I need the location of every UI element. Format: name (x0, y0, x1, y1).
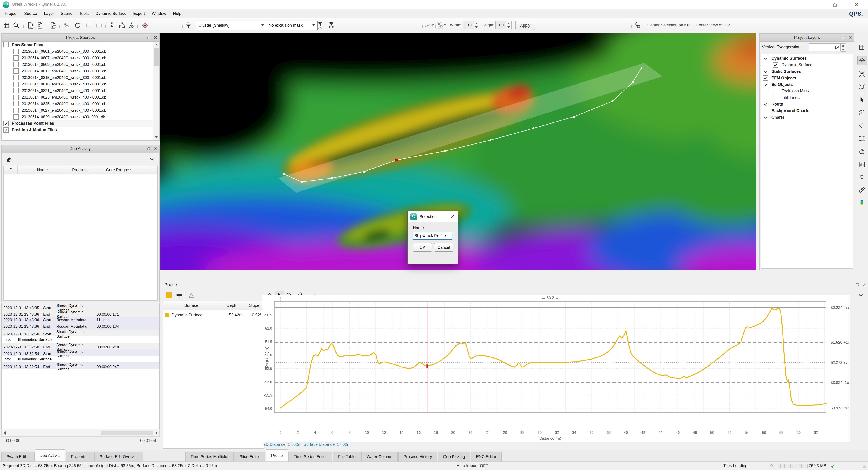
tab-properti-[interactable]: Properti... (66, 452, 94, 462)
measure-button[interactable] (857, 185, 866, 194)
new-project-button[interactable] (2, 21, 11, 30)
surface-view-button[interactable] (857, 56, 867, 65)
clear-jobs-button[interactable] (5, 155, 14, 164)
layer-item-infill-lines[interactable]: Infill Lines (761, 94, 852, 101)
triangle-marker-button[interactable] (187, 291, 196, 300)
float-panel-icon[interactable] (147, 35, 151, 39)
layer-item-background-charts[interactable]: Background Charts (761, 107, 852, 114)
apply-button[interactable]: Apply (515, 21, 535, 30)
scene-3d-view[interactable] (160, 33, 756, 270)
source-file[interactable]: 20130614_0807_em2040C_wreck_300 - 0001.d… (2, 55, 153, 61)
float-panel-icon[interactable] (147, 147, 151, 151)
maximize-button[interactable] (826, 0, 845, 9)
height-field[interactable] (495, 21, 506, 29)
reload-files-button[interactable] (49, 21, 57, 30)
source-group[interactable]: Processed Point Files (2, 120, 153, 127)
profile-table-row[interactable]: Dynamic Surface -52.42m -0.92° (163, 310, 264, 320)
dialog-close-icon[interactable] (450, 214, 455, 220)
line-style-button[interactable] (175, 291, 184, 300)
menu-tools[interactable]: Tools (76, 9, 92, 18)
checkbox[interactable] (763, 108, 768, 114)
exclusion-mask-select[interactable]: No exclusion mask (266, 21, 318, 30)
tab-enc-editor[interactable]: ENC Editor (471, 452, 502, 462)
layer-item-static-surfaces[interactable]: Static Surfaces (761, 68, 852, 75)
tab-process-history[interactable]: Process History (398, 452, 437, 462)
source-file[interactable]: 20130614_0812_em2040C_wreck_300 - 0001.d… (2, 68, 153, 74)
column-header[interactable]: Depth (219, 302, 245, 310)
menu-layer[interactable]: Layer (40, 9, 57, 18)
select-cursor-button[interactable] (857, 95, 866, 104)
column-header[interactable]: Slope (245, 302, 264, 310)
layer-item-pfm-objects[interactable]: PFM Objects (761, 75, 852, 81)
checkbox[interactable] (13, 114, 19, 120)
source-file[interactable]: 20130614_0823_em2040C_wreck_400 - 0001.d… (2, 94, 153, 100)
vertical-exaggeration-field[interactable] (809, 43, 841, 51)
layer-item-route[interactable]: Route (761, 101, 852, 107)
filter-selection-button[interactable] (315, 21, 324, 30)
source-file[interactable]: 20130614_0815_em2040C_wreck_300 - 0001.d… (2, 74, 153, 81)
source-file[interactable]: 20130614_0801_em2040C_wreck_300 - 0001.d… (2, 48, 153, 55)
scroll-right-icon[interactable] (153, 430, 159, 436)
tab-slice-editor[interactable]: Slice Editor (234, 452, 265, 462)
edit-soundings-button[interactable] (107, 21, 117, 30)
checkbox[interactable] (773, 89, 778, 94)
checkbox[interactable] (13, 108, 19, 113)
cancel-button[interactable]: Cancel (434, 243, 453, 252)
profile-cursor-marker[interactable] (395, 159, 398, 161)
checkbox[interactable] (13, 55, 19, 61)
layout-grid-button[interactable] (857, 43, 866, 52)
slice-edit-button[interactable] (117, 21, 126, 30)
tab-swath-edit-[interactable]: Swath Edit... (1, 452, 35, 462)
kp-settings-icon[interactable] (633, 21, 642, 30)
float-panel-icon[interactable] (855, 283, 860, 287)
source-file[interactable]: 20130614_0825_em2040C_wreck_400 - 0001.d… (2, 100, 153, 107)
add-processed-points-button[interactable] (35, 21, 44, 30)
zoom-selection-3d-button[interactable] (857, 82, 866, 91)
log-horizontal-scrollbar[interactable] (1, 430, 160, 437)
width-stepper[interactable] (474, 21, 479, 29)
layer-item-charts[interactable]: Charts (761, 114, 852, 121)
tab-water-column[interactable]: Water Column (362, 452, 398, 462)
checkbox[interactable] (763, 115, 768, 120)
checkbox[interactable] (3, 127, 8, 133)
menu-export[interactable]: Export (130, 9, 148, 18)
tab-surface-edit-overvi-[interactable]: Surface Edit Overvi... (94, 452, 143, 462)
checkbox[interactable] (13, 82, 19, 87)
project-sources-scrollbar[interactable] (153, 41, 159, 140)
width-field[interactable] (463, 21, 474, 29)
menu-source[interactable]: Source (21, 9, 40, 18)
expand-point-tools-icon[interactable]: » (431, 22, 434, 27)
source-file[interactable]: 20130614_0809_em2040C_wreck_300 - 0001.d… (2, 61, 153, 68)
checkbox[interactable] (13, 95, 19, 100)
cluster-filter-select[interactable]: Cluster (Shallow) (196, 21, 267, 30)
checkbox[interactable] (13, 101, 19, 106)
filter-profile-tool-icon[interactable] (184, 21, 193, 30)
profile-chart[interactable]: -50.5-51.0-51.5-52.0-52.5-53.0-53.5-54.0… (262, 295, 850, 442)
tab-time-series-multiplot[interactable]: Time Series Multiplot (185, 452, 234, 462)
series-color-swatch[interactable] (164, 291, 174, 300)
layer-item-dynamic-surfaces[interactable]: Dynamic Surfaces (761, 55, 852, 62)
surface-edit-button[interactable] (139, 21, 151, 30)
source-group[interactable]: Position & Motion Files (2, 127, 153, 133)
tab-time-series-editor[interactable]: Time Series Editor (288, 452, 332, 462)
reprocess-button[interactable] (73, 21, 82, 30)
rectangle-select-button[interactable] (857, 134, 866, 143)
tab-geo-picking[interactable]: Geo Picking (438, 452, 470, 462)
close-panel-icon[interactable] (848, 35, 852, 39)
close-button[interactable] (846, 0, 866, 9)
layer-item-exclusion-mask[interactable]: Exclusion Mask (761, 88, 852, 94)
name-input[interactable] (412, 232, 452, 240)
collapse-panel-icon[interactable] (147, 155, 156, 164)
close-panel-icon[interactable] (153, 35, 158, 39)
grid-tools-button[interactable] (436, 21, 444, 30)
profile-chart-button[interactable] (857, 160, 866, 169)
scroll-up-icon[interactable] (153, 41, 159, 48)
column-header[interactable]: Core Progress (93, 166, 145, 174)
checkbox[interactable] (763, 56, 768, 61)
source-file[interactable]: 20130614_0827_em2040C_wreck_400 - 0001.d… (2, 107, 153, 114)
tab-file-table[interactable]: File Table (333, 452, 361, 462)
menu-project[interactable]: Project (1, 9, 21, 18)
checkbox[interactable] (13, 88, 19, 93)
swath-edit-button[interactable] (127, 21, 136, 30)
menu-help[interactable]: Help (169, 9, 185, 18)
